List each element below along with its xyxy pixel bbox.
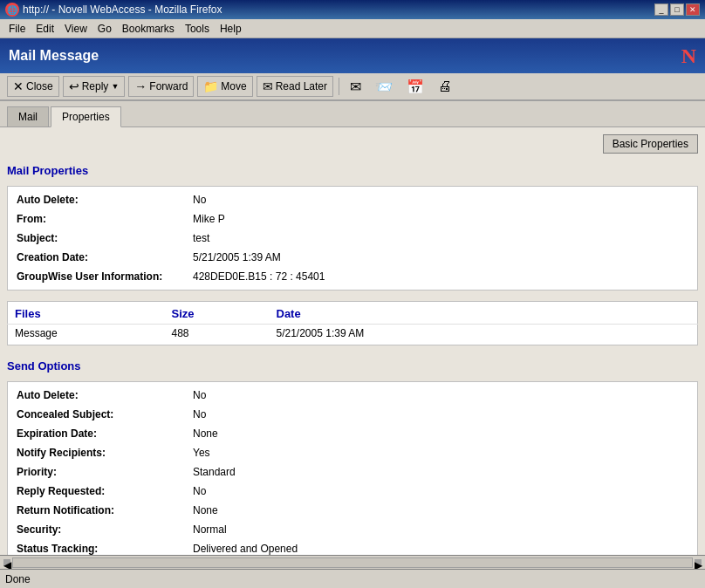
minimize-button[interactable]: _ [654,3,668,16]
prop-value: Standard [186,463,695,481]
prop-value: No [186,188,695,209]
tab-mail[interactable]: Mail [7,106,49,126]
email-icon-btn[interactable]: ✉ [345,76,366,97]
toolbar: ✕ Close ↩ Reply ▼ → Forward 📁 Move ✉ Rea… [0,73,705,101]
menu-bar: File Edit View Go Bookmarks Tools Help [0,19,705,38]
mail-properties-header: Mail Properties [7,161,698,181]
prop-value: 428DED0E.B15 : 72 : 45401 [186,268,695,288]
forward-icon: → [134,79,147,93]
mail-properties-table: Auto Delete: No From: Mike P Subject: te… [7,186,698,291]
prop-label: Subject: [10,229,184,247]
date-col-header: Date [270,302,698,325]
file-size: 488 [165,325,270,345]
close-button[interactable]: ✕ Close [7,76,59,97]
prop-label: Status Tracking: [10,540,184,555]
table-row: Auto Delete: No [10,188,695,209]
maximize-button[interactable]: □ [670,3,684,16]
move-icon: 📁 [203,79,218,93]
reply-label: Reply [82,80,109,92]
table-row: Security: Normal [10,521,695,538]
menu-tools[interactable]: Tools [180,21,215,37]
novell-logo: N [681,44,696,68]
browser-icon: 🌐 [5,3,19,17]
status-bar: Done [0,569,705,588]
calendar-icon: 📅 [407,79,424,95]
files-header-row: Files Size Date [8,302,698,325]
prop-value: Normal [186,521,695,538]
menu-bookmarks[interactable]: Bookmarks [117,21,180,37]
prop-value: test [186,229,695,247]
forward-button[interactable]: → Forward [128,76,194,97]
prop-label: Auto Delete: [10,188,184,209]
menu-help[interactable]: Help [215,21,247,37]
prop-label: Return Notification: [10,502,184,519]
forward-label: Forward [149,80,188,92]
prop-value: No [186,406,695,423]
app-header: Mail Message N [0,38,705,73]
horizontal-scrollbar[interactable]: ◀ ▶ [0,555,705,569]
prop-value: No [186,384,695,404]
file-name: Message [8,325,165,345]
files-table: Files Size Date Message 488 5/21/2005 1:… [7,301,698,345]
prop-value: Yes [186,444,695,462]
basic-props-bar: Basic Properties [7,134,698,154]
prop-label: GroupWise User Information: [10,268,184,288]
close-icon: ✕ [13,79,24,93]
prop-value: No [186,482,695,500]
menu-file[interactable]: File [3,21,31,37]
reply-icon: ↩ [69,79,79,93]
size-col-header: Size [165,302,270,325]
title-bar: 🌐 http:// - Novell WebAccess - Mozilla F… [0,0,705,19]
toolbar-separator [339,78,339,95]
table-row: Subject: test [10,229,695,247]
table-row: GroupWise User Information: 428DED0E.B15… [10,268,695,288]
print-icon: 🖨 [438,79,452,94]
tabs-bar: Mail Properties [0,101,705,127]
table-row: Return Notification: None [10,502,695,519]
move-button[interactable]: 📁 Move [197,76,252,97]
files-col-header: Files [8,302,165,325]
title-text: http:// - Novell WebAccess - Mozilla Fir… [23,3,222,16]
read-later-button[interactable]: ✉ Read Later [257,76,333,97]
close-label: Close [26,80,53,92]
prop-label: Auto Delete: [10,384,184,404]
prop-value: None [186,502,695,519]
table-row: Expiration Date: None [10,425,695,442]
envelope-icon: ✉ [350,79,361,95]
menu-go[interactable]: Go [92,21,117,37]
main-content: Basic Properties Mail Properties Auto De… [0,127,705,555]
prop-label: Priority: [10,463,184,481]
move-label: Move [221,80,246,92]
table-row: Auto Delete: No [10,384,695,404]
prop-label: Expiration Date: [10,425,184,442]
open-icon-btn[interactable]: 📨 [370,76,398,97]
print-icon-btn[interactable]: 🖨 [433,76,457,97]
prop-label: Reply Requested: [10,482,184,500]
table-row: Status Tracking: Delivered and Opened [10,540,695,555]
file-date: 5/21/2005 1:39 AM [270,325,698,345]
reply-button[interactable]: ↩ Reply ▼ [63,76,126,97]
close-window-button[interactable]: ✕ [686,3,700,16]
reply-dropdown-icon[interactable]: ▼ [111,82,119,91]
tab-properties[interactable]: Properties [51,106,121,127]
prop-value: Mike P [186,210,695,228]
scroll-right-btn[interactable]: ▶ [695,559,702,566]
basic-properties-button[interactable]: Basic Properties [603,134,698,154]
read-later-label: Read Later [276,80,327,92]
table-row: Notify Recipients: Yes [10,444,695,462]
prop-label: Security: [10,521,184,538]
menu-edit[interactable]: Edit [31,21,59,37]
table-row: Concealed Subject: No [10,406,695,423]
prop-value: Delivered and Opened [186,540,695,555]
calendar-icon-btn[interactable]: 📅 [401,76,429,97]
table-row: Reply Requested: No [10,482,695,500]
prop-label: From: [10,210,184,228]
menu-view[interactable]: View [59,21,92,37]
app-title: Mail Message [9,48,99,64]
scrollbar-track[interactable] [12,557,693,568]
table-row: Priority: Standard [10,463,695,481]
status-text: Done [5,573,31,585]
prop-value: None [186,425,695,442]
read-later-icon: ✉ [263,79,273,93]
scroll-left-btn[interactable]: ◀ [3,559,10,566]
